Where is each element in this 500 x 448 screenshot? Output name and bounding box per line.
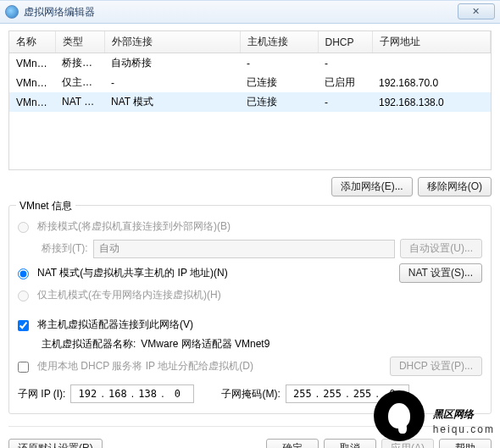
close-button[interactable] [458,3,495,19]
col-name[interactable]: 名称 [9,31,55,53]
auto-settings-button[interactable]: 自动设置(U)... [400,239,482,258]
ip-octet[interactable] [164,388,190,400]
bridge-radio[interactable] [18,222,29,233]
ip-octet[interactable] [75,388,100,400]
cell-host: - [240,53,318,74]
mask-octet[interactable] [380,388,405,400]
cell-ext: NAT 模式 [104,92,240,112]
nat-settings-button[interactable]: NAT 设置(S)... [399,263,482,283]
cell-ext: - [104,73,240,92]
help-button[interactable]: 帮助 [439,439,492,448]
cell-name: VMnet0 [9,53,55,74]
cell-name: VMnet9 [9,92,55,112]
vmnet-info-group: VMnet 信息 桥接模式(将虚拟机直接连接到外部网络)(B) 桥接到(T): … [8,205,492,414]
mask-octet[interactable] [290,388,315,400]
use-dhcp-checkbox[interactable] [18,362,29,373]
cell-type: 桥接模式 [55,53,104,74]
cell-dhcp: - [318,53,372,74]
subnet-mask-input[interactable]: . . . [286,384,409,403]
remove-network-button[interactable]: 移除网络(O) [418,177,492,196]
cell-sub: 192.168.70.0 [372,73,491,92]
title-bar: 虚拟网络编辑器 [0,0,500,24]
cell-dhcp: - [318,92,372,112]
col-host[interactable]: 主机连接 [240,31,318,53]
col-type[interactable]: 类型 [55,31,104,53]
hostonly-radio[interactable] [18,290,29,301]
network-table[interactable]: 名称 类型 外部连接 主机连接 DHCP 子网地址 VMnet0 桥接模式 自动… [8,30,492,170]
bridge-to-select[interactable] [93,240,396,258]
cell-type: 仅主机... [55,73,104,92]
ok-button[interactable]: 确定 [266,439,319,448]
app-icon [5,5,19,19]
col-dhcp[interactable]: DHCP [318,31,372,53]
cell-name: VMnet1 [9,73,55,92]
ip-octet[interactable] [105,388,131,400]
use-dhcp-label: 使用本地 DHCP 服务将 IP 地址分配给虚拟机(D) [37,359,253,373]
host-adapter-value: VMware 网络适配器 VMnet9 [141,337,269,351]
col-sub[interactable]: 子网地址 [372,31,491,53]
subnet-mask-label: 子网掩码(M): [221,387,280,401]
connect-host-checkbox[interactable] [18,320,29,331]
subnet-ip-label: 子网 IP (I): [18,387,65,401]
group-title: VMnet 信息 [16,199,75,213]
bridge-radio-label: 桥接模式(将虚拟机直接连接到外部网络)(B) [37,219,231,234]
connect-host-label: 将主机虚拟适配器连接到此网络(V) [37,318,193,332]
table-header-row: 名称 类型 外部连接 主机连接 DHCP 子网地址 [9,31,491,53]
mask-octet[interactable] [350,388,375,400]
subnet-ip-input[interactable]: . . . [70,384,194,403]
nat-radio-label: NAT 模式(与虚拟机共享主机的 IP 地址)(N) [37,266,228,280]
add-network-button[interactable]: 添加网络(E)... [331,177,413,196]
cell-type: NAT 模式 [55,92,104,112]
window-title: 虚拟网络编辑器 [24,5,95,19]
cell-sub: 192.168.138.0 [372,92,491,112]
apply-button[interactable]: 应用(A) [381,439,434,448]
host-adapter-label: 主机虚拟适配器名称: [42,337,136,351]
col-ext[interactable]: 外部连接 [104,31,240,53]
bridge-to-label: 桥接到(T): [42,241,88,256]
cell-ext: 自动桥接 [104,53,240,74]
restore-defaults-button[interactable]: 还原默认设置(R) [8,439,103,448]
table-row[interactable]: VMnet1 仅主机... - 已连接 已启用 192.168.70.0 [9,73,491,92]
dhcp-settings-button[interactable]: DHCP 设置(P)... [390,357,482,376]
ip-octet[interactable] [135,388,160,400]
cancel-button[interactable]: 取消 [324,439,376,448]
cell-sub [372,53,491,74]
cell-dhcp: 已启用 [318,73,372,92]
nat-radio[interactable] [18,268,29,279]
cell-host: 已连接 [240,92,318,112]
table-row[interactable]: VMnet9 NAT 模式 NAT 模式 已连接 - 192.168.138.0 [9,92,491,112]
table-row[interactable]: VMnet0 桥接模式 自动桥接 - - [9,53,491,74]
cell-host: 已连接 [240,73,318,92]
mask-octet[interactable] [319,388,345,400]
hostonly-radio-label: 仅主机模式(在专用网络内连接虚拟机)(H) [37,288,221,302]
